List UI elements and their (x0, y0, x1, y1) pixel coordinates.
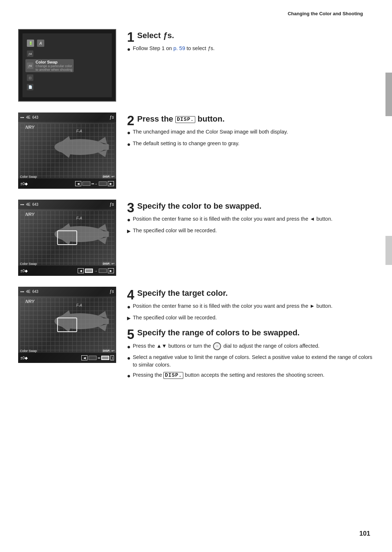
step-3-title-container: 3 Specify the color to be swapped. (127, 201, 374, 215)
menu-icon-fs: ƒS (27, 62, 33, 69)
step4-top-left: ▪▪▪ 4E 643 (20, 290, 38, 294)
color-swap-desc2: to another when shooting (36, 68, 72, 71)
step2-disp-btn: DISP. (102, 175, 111, 179)
step3-return-icon: ↩ (111, 262, 114, 266)
step4-mode-icon: ƒs (109, 289, 114, 294)
step4-disp-area: DISP. ↩ (102, 349, 114, 353)
step4-left-arrow: ◄ (81, 355, 87, 360)
step-5-text-2: Select a negative value to limit the ran… (133, 353, 374, 369)
step3-colorswap-label: Color Swap (20, 262, 37, 266)
step4-card: 4E (26, 290, 30, 294)
side-tab-lower (385, 236, 392, 265)
step-1-title: Select ƒs. (137, 31, 174, 40)
bullet-circle-5-2: ● (127, 354, 131, 362)
step4-camera-view: NRY F-A ▪▪▪ 4E 643 ƒs Color Swap (18, 287, 116, 363)
step-1-number: 1 (127, 31, 134, 44)
step-2-text-1: The unchanged image and the Color Swap i… (133, 128, 288, 136)
step1-camera-screen: 🔋 A ƒA (18, 29, 116, 102)
step2-bottom-bar: ±0◆ ◄ ••→ ► (18, 179, 116, 189)
step2-shots: 643 (32, 115, 38, 119)
menu-item-fs-selected: ƒS Color Swap Change a particular color … (25, 59, 74, 72)
step-5-text-3: Pressing the DISP. button accepts the se… (133, 371, 324, 379)
step4-shots: 643 (32, 290, 38, 294)
step-3-bullet-2: ▶ The specified color will be recorded. (127, 227, 374, 235)
menu-item-doc: 📄 (25, 83, 35, 91)
step-4-title: Specify the target color. (137, 289, 228, 298)
page-container: Changing the Color and Shooting 🔋 A (0, 0, 392, 552)
step3-disp-btn: DISP. (102, 262, 111, 266)
svg-rect-3 (98, 144, 109, 150)
step2-top-bar: ▪▪▪ 4E 643 ƒs (18, 113, 116, 122)
step4-dots: •• (98, 356, 100, 360)
step2-mode-icon: ƒs (109, 115, 114, 120)
menu-item-1: ƒA (25, 50, 35, 58)
svg-rect-19 (98, 318, 109, 324)
step-3-text: 3 Specify the color to be swapped. ● Pos… (127, 200, 374, 237)
bullet-circle-2-1: ● (127, 128, 131, 137)
step5-disp-inline: DISP. (163, 372, 183, 379)
page-number: 101 (359, 530, 370, 537)
step-1-text-1: Follow Step 1 on p. 59 to select ƒs. (133, 45, 215, 52)
step4-battery: ▪▪▪ (20, 290, 24, 294)
step3-mode-icon: ƒs (109, 202, 114, 207)
step-4-image: NRY F-A ▪▪▪ 4E 643 ƒs Color Swap (18, 287, 116, 363)
step4-disp-btn: DISP. (102, 349, 111, 353)
menu-items-container: 🔋 A ƒA (23, 33, 112, 97)
svg-text:F-A: F-A (76, 129, 82, 133)
step-4-bullet-1: ● Position the center frame so it is fil… (127, 302, 374, 311)
step3-arrow-right: → (94, 269, 98, 273)
step-3-number: 3 (127, 201, 134, 214)
svg-text:F-A: F-A (76, 216, 82, 220)
svg-marker-1 (54, 136, 73, 147)
menu-icon-flash: A (37, 40, 44, 47)
step-4-number: 4 (127, 289, 134, 302)
page-header: Changing the Color and Shooting (18, 11, 374, 16)
step-4-text-2: The specified color will be recorded. (133, 314, 217, 322)
bullet-circle-5-1: ● (127, 343, 131, 351)
bullet-circle-1: ● (127, 45, 131, 53)
step3-top-bar: ▪▪▪ 4E 643 ƒs (18, 200, 116, 209)
step-1-row: 🔋 A ƒA (18, 29, 374, 102)
step3-bottom-bar: ±0◆ ◄ → ► (18, 266, 116, 276)
step2-battery: ▪▪▪ (20, 115, 24, 119)
step3-camera-view: NRY F-A ▪▪▪ 4E 643 ƒs Color Swap (18, 200, 116, 276)
step-5-bullet-3: ● Pressing the DISP. button accepts the … (127, 371, 374, 380)
step3-reticle (57, 230, 77, 245)
step-3-text-1: Position the center frame so it is fille… (133, 215, 332, 223)
bullet-circle-4-1: ● (127, 303, 131, 311)
step3-bottom-controls: ◄ → ► (78, 268, 114, 273)
step2-camera-view: NRY F-A ▪▪▪ 4E 643 ƒs Color Swap (18, 113, 116, 189)
header-title: Changing the Color and Shooting (288, 11, 363, 16)
step3-shots: 643 (32, 203, 38, 207)
step-5-number: 5 (127, 328, 134, 341)
step-3-row: NRY F-A ▪▪▪ 4E 643 ƒs Color Swap (18, 200, 374, 276)
step4-right-arrow-last: ) (110, 355, 114, 360)
step2-square2 (99, 181, 107, 186)
step-5-container: 5 Specify the range of colors to be swap… (127, 328, 374, 380)
step-3-bullet-1: ● Position the center frame so it is fil… (127, 215, 374, 224)
step3-left-arrow: ◄ (78, 268, 84, 273)
bullet-arrow-3-2: ▶ (127, 228, 131, 235)
dial-icon: ○ (213, 342, 221, 350)
step2-right-arrow: ► (108, 181, 114, 186)
step4-reticle (57, 318, 77, 332)
step-2-bullet-1: ● The unchanged image and the Color Swap… (127, 128, 374, 137)
step-1-link[interactable]: p. 59 (173, 45, 185, 51)
svg-text:NRY: NRY (25, 212, 35, 217)
svg-text:NRY: NRY (25, 125, 35, 130)
svg-text:F-A: F-A (76, 303, 82, 307)
step2-left-arrow: ◄ (75, 181, 81, 186)
bullet-circle-5-3: ● (127, 372, 131, 380)
menu-item-square: □ (25, 74, 35, 82)
color-swap-title: Color Swap (36, 60, 72, 64)
step-5-title-container: 5 Specify the range of colors to be swap… (127, 328, 374, 342)
step4-ev: ±0◆ (20, 356, 28, 360)
step-5-bullet-1: ● Press the ▲▼ buttons or turn the ○ dia… (127, 342, 374, 351)
step-5-bullet-2: ● Select a negative value to limit the r… (127, 353, 374, 369)
step-2-image: NRY F-A ▪▪▪ 4E 643 ƒs Color Swap (18, 113, 116, 189)
bullet-arrow-4-2: ▶ (127, 315, 131, 322)
step-3-title: Specify the color to be swapped. (137, 201, 261, 211)
bullet-circle-2-2: ● (127, 140, 131, 148)
step-2-number: 2 (127, 114, 134, 127)
step2-disp-inline: DISP. (175, 116, 195, 123)
